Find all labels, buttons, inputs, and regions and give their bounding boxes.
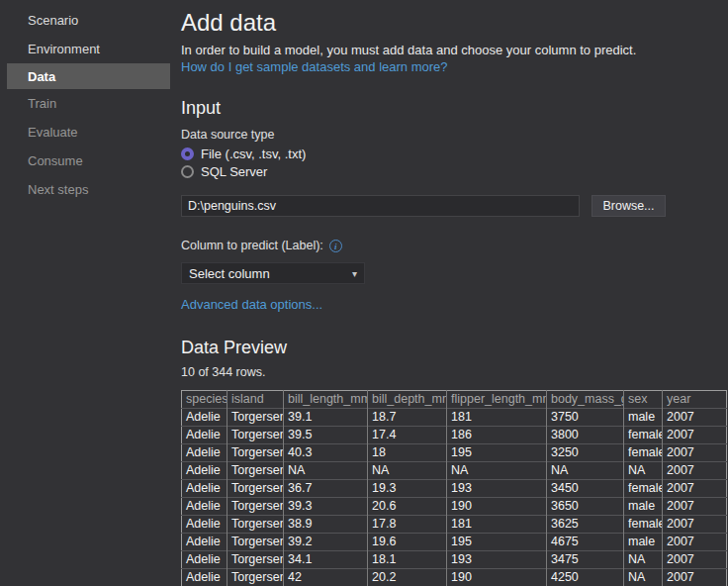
table-row: AdelieTorgersen36.719.31933450female2007 [182, 480, 727, 498]
table-head: speciesislandbill_length_mmbill_depth_mm… [182, 391, 727, 409]
table-cell: 39.1 [284, 409, 368, 427]
table-cell: Adelie [182, 427, 228, 444]
table-row: AdelieTorgersen39.219.61954675male2007 [182, 534, 727, 551]
sidebar-item-environment[interactable]: Environment [0, 35, 179, 63]
table-cell: 39.3 [284, 498, 368, 516]
table-cell: NA [368, 462, 447, 480]
table-cell: 20.2 [368, 569, 447, 586]
sidebar-item-scenario[interactable]: Scenario [0, 6, 179, 35]
table-cell: 17.8 [368, 516, 447, 534]
table-cell: 2007 [663, 427, 727, 444]
table-cell: male [624, 498, 663, 516]
table-cell: 181 [447, 409, 547, 427]
table-cell: 34.1 [284, 551, 368, 569]
table-cell: 2007 [663, 551, 727, 569]
sidebar-item-next-steps[interactable]: Next steps [0, 175, 179, 204]
chevron-down-icon: ▾ [352, 268, 357, 279]
table-cell: Torgersen [228, 569, 284, 586]
table-cell: 2007 [663, 516, 727, 534]
table-row: AdelieTorgersen34.118.11933475NA2007 [182, 551, 727, 569]
column-to-predict-label: Column to predict (Label): [181, 239, 323, 253]
table-cell: Adelie [182, 444, 228, 462]
table-cell: male [624, 409, 663, 427]
table-cell: Torgersen [228, 427, 284, 444]
table-cell: Torgersen [228, 462, 284, 480]
table-cell: Torgersen [228, 444, 284, 462]
table-cell: 4250 [547, 569, 624, 586]
sidebar: ScenarioEnvironmentDataTrainEvaluateCons… [0, 0, 179, 586]
table-cell: 190 [447, 498, 547, 516]
table-cell: Adelie [182, 480, 228, 498]
table-cell: 39.5 [284, 427, 368, 444]
sidebar-item-consume[interactable]: Consume [0, 146, 179, 175]
column-header-sex: sex [624, 391, 663, 409]
table-cell: female [624, 480, 663, 498]
table-cell: Adelie [182, 498, 228, 516]
table-cell: 3475 [547, 551, 624, 569]
column-select-dropdown[interactable]: Select column ▾ [181, 262, 365, 284]
table-cell: 2007 [663, 462, 727, 480]
column-header-body_mass_g: body_mass_g [547, 391, 624, 409]
advanced-data-options-link[interactable]: Advanced data options... [181, 297, 322, 312]
radio-selected-icon[interactable] [181, 147, 194, 160]
radio-sql-option[interactable]: SQL Server [181, 164, 727, 178]
column-to-predict-row: Column to predict (Label): i [181, 239, 727, 253]
table-cell: 40.3 [284, 444, 368, 462]
radio-file-label: File (.csv, .tsv, .txt) [201, 146, 306, 161]
column-header-island: island [228, 391, 284, 409]
table-row: AdelieTorgersenNANANANANA2007 [182, 462, 727, 480]
table-cell: NA [284, 462, 368, 480]
table-body: AdelieTorgersen39.118.71813750male2007Ad… [182, 409, 727, 586]
table-row: AdelieTorgersen39.118.71813750male2007 [182, 409, 727, 427]
table-row: AdelieTorgersen40.3181953250female2007 [182, 444, 727, 462]
table-cell: 195 [447, 444, 547, 462]
table-cell: 186 [447, 427, 547, 444]
table-cell: NA [447, 462, 547, 480]
column-header-year: year [663, 391, 727, 409]
sidebar-item-train[interactable]: Train [0, 89, 179, 118]
help-link[interactable]: How do I get sample datasets and learn m… [181, 59, 448, 74]
table-cell: Torgersen [228, 551, 284, 569]
radio-unselected-icon[interactable] [181, 165, 194, 178]
radio-file-option[interactable]: File (.csv, .tsv, .txt) [181, 146, 727, 160]
column-header-species: species [182, 391, 228, 409]
table-cell: Torgersen [228, 516, 284, 534]
table-cell: Adelie [182, 409, 228, 427]
table-cell: 17.4 [368, 427, 447, 444]
table-cell: 193 [447, 480, 547, 498]
table-cell: 3650 [547, 498, 624, 516]
page-title: Add data [181, 8, 727, 38]
table-cell: Adelie [182, 551, 228, 569]
column-header-bill_depth_mm: bill_depth_mm [368, 391, 447, 409]
table-cell: 19.3 [368, 480, 447, 498]
table-cell: 195 [447, 534, 547, 551]
input-section-title: Input [181, 96, 727, 120]
table-cell: Adelie [182, 462, 228, 480]
table-row: AdelieTorgersen38.917.81813625female2007 [182, 516, 727, 534]
table-cell: male [624, 534, 663, 551]
table-cell: 2007 [663, 569, 727, 586]
sidebar-item-data[interactable]: Data [7, 63, 170, 89]
column-header-bill_length_mm: bill_length_mm [284, 391, 368, 409]
table-row: AdelieTorgersen4220.21904250NA2007 [182, 569, 727, 586]
sidebar-item-evaluate[interactable]: Evaluate [0, 118, 179, 146]
browse-button[interactable]: Browse... [592, 195, 666, 217]
table-cell: 4675 [547, 534, 624, 551]
file-picker-row: Browse... [181, 195, 727, 217]
table-cell: Torgersen [228, 498, 284, 516]
table-cell: 2007 [663, 409, 727, 427]
table-cell: 39.2 [284, 534, 368, 551]
table-cell: Torgersen [228, 534, 284, 551]
data-source-type-label: Data source type [181, 128, 727, 143]
table-cell: Adelie [182, 534, 228, 551]
table-cell: Torgersen [228, 409, 284, 427]
table-cell: 3625 [547, 516, 624, 534]
info-circle-icon[interactable]: i [329, 240, 342, 252]
table-cell: Adelie [182, 516, 228, 534]
table-cell: 193 [447, 551, 547, 569]
column-header-flipper_length_mm: flipper_length_mm [447, 391, 547, 409]
page-description: In order to build a model, you must add … [181, 43, 727, 57]
table-row: AdelieTorgersen39.517.41863800female2007 [182, 427, 727, 444]
file-path-input[interactable] [181, 195, 580, 217]
table-cell: 2007 [663, 480, 727, 498]
